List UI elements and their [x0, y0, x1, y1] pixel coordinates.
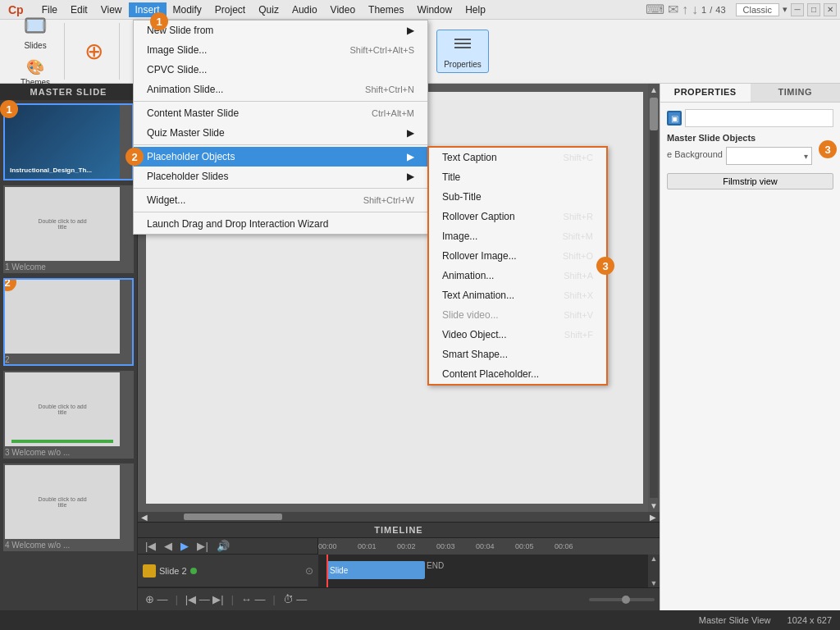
menu-placeholder-slides[interactable]: Placeholder Slides ▶	[134, 167, 427, 186]
h-scroll-left-icon[interactable]: ◀	[138, 513, 151, 522]
minimize-icon[interactable]: ─	[791, 3, 804, 16]
scroll-down-icon[interactable]: ▼	[648, 500, 660, 512]
page-current: 1	[701, 5, 706, 15]
menu-video[interactable]: Video	[324, 2, 362, 17]
slide-1-filename: Instructional_Design_Th...	[10, 167, 92, 174]
svg-rect-3	[43, 21, 46, 30]
tl-extend-icon[interactable]: ↔ —	[239, 591, 268, 607]
submenu-image[interactable]: Image... Shift+M	[429, 226, 606, 246]
slide-thumb-1[interactable]: Instructional_Design_Th... 1	[3, 103, 134, 180]
menu-placeholder-objects[interactable]: Placeholder Objects ▶ 2 Text Caption Shi…	[134, 147, 427, 167]
tl-zoom-in-icon[interactable]: ⊕ —	[143, 591, 171, 607]
submenu-content-placeholder[interactable]: Content Placeholder... 3	[429, 364, 606, 384]
page-total: 43	[715, 5, 725, 15]
submenu-subtitle[interactable]: Sub-Title	[429, 187, 606, 207]
page-sep: /	[710, 5, 712, 15]
close-icon[interactable]: ✕	[824, 3, 837, 16]
background-select-arrow-icon: ▾	[804, 152, 808, 161]
toolbar-properties-button[interactable]: Properties	[436, 30, 489, 73]
up-icon[interactable]: ↑	[682, 2, 688, 17]
submenu-text-animation[interactable]: Text Animation... Shift+X	[429, 285, 606, 305]
submenu-text-caption[interactable]: Text Caption Shift+C	[429, 148, 606, 167]
slide-thumb-3[interactable]: 2 2	[3, 278, 134, 366]
tab-timing[interactable]: TIMING	[751, 84, 841, 102]
filmstrip-view-button[interactable]: Filmstrip view	[667, 173, 833, 189]
timeline-bottom: ⊕ — | |◀ — ▶| | ↔ — | ⏱ —	[138, 587, 660, 610]
timeline-track: Slide 2 ⊙ Slide END ▲ ▼	[138, 555, 660, 587]
track-content: Slide END	[318, 555, 648, 587]
menu-new-slide-from[interactable]: New Slide from ▶	[134, 21, 427, 40]
vertical-scrollbar[interactable]: ▲ ▼	[648, 84, 660, 512]
scroll-thumb[interactable]	[650, 98, 658, 130]
menu-quiz-master-slide[interactable]: Quiz Master Slide ▶	[134, 123, 427, 143]
scroll-up-icon[interactable]: ▲	[648, 84, 660, 96]
keyboard-icon[interactable]: ⌨	[646, 2, 664, 17]
toolbar-slides-button[interactable]: Slides	[16, 12, 54, 54]
down-icon[interactable]: ↓	[692, 2, 698, 17]
timeline-jump-start-icon[interactable]: |◀	[143, 538, 158, 554]
restore-icon[interactable]: □	[807, 3, 820, 16]
slide-thumb-4[interactable]: Double click to add title 3 Welcome w/o …	[3, 371, 134, 459]
menu-drag-drop-wizard[interactable]: Launch Drag and Drop Interaction Wizard	[134, 214, 427, 234]
timeline-header: TIMELINE	[138, 523, 660, 538]
menu-audio[interactable]: Audio	[285, 2, 324, 17]
timeline-volume-icon[interactable]: 🔊	[214, 538, 232, 554]
timeline-prev-icon[interactable]: ◀	[162, 538, 175, 554]
menu-modify[interactable]: Modify	[167, 2, 208, 17]
submenu-title[interactable]: Title	[429, 167, 606, 187]
themes-icon: 🎨	[26, 58, 44, 76]
submenu-animation[interactable]: Animation... Shift+A	[429, 266, 606, 285]
h-scroll-thumb[interactable]	[184, 514, 282, 520]
background-select[interactable]: ▾	[726, 147, 812, 165]
menu-cpvc-slide[interactable]: CPVC Slide...	[134, 60, 427, 80]
insert-menu: 1 New Slide from ▶ Image Slide... Shift+…	[133, 20, 428, 235]
badge-1-on-menu: 1	[150, 12, 168, 30]
track-bar[interactable]: Slide	[326, 561, 425, 579]
timeline-controls-area: |◀ ◀ ▶ ▶| 🔊	[138, 538, 318, 555]
toolbar-properties-group: Properties	[430, 23, 495, 80]
menu-widget[interactable]: Widget... Shift+Ctrl+W	[134, 190, 427, 210]
menu-themes[interactable]: Themes	[362, 2, 410, 17]
menu-image-slide[interactable]: Image Slide... Shift+Ctrl+Alt+S	[134, 40, 427, 60]
slide-name-input[interactable]	[685, 109, 833, 127]
h-scroll-right-icon[interactable]: ▶	[646, 513, 660, 522]
mail-icon[interactable]: ✉	[668, 2, 678, 17]
toolbar-themes-button[interactable]: 🎨 Themes	[13, 54, 57, 91]
slide-thumb-5[interactable]: Double click to add title 4 Welcome w/o …	[3, 463, 134, 551]
timeline-play-icon[interactable]: ▶	[178, 538, 191, 554]
menu-content-master-slide[interactable]: Content Master Slide Ctrl+Alt+M	[134, 103, 427, 123]
new-slide-button[interactable]: ⊕	[75, 34, 112, 69]
mode-selector[interactable]: Classic	[736, 3, 779, 16]
tl-scroll-down-icon[interactable]: ▼	[651, 579, 658, 587]
tl-split-icon[interactable]: |◀ — ▶|	[183, 591, 226, 607]
tl-time-icon[interactable]: ⏱ —	[281, 591, 310, 607]
ruler-3: 00:03	[436, 542, 455, 550]
horizontal-scrollbar[interactable]: ◀ ▶	[138, 512, 660, 522]
timeline-zoom-slider[interactable]	[589, 598, 655, 601]
tl-scroll-up-icon[interactable]: ▲	[651, 555, 658, 563]
tab-properties[interactable]: PROPERTIES	[660, 84, 751, 102]
menu-animation-slide[interactable]: Animation Slide... Shift+Ctrl+N	[134, 80, 427, 99]
background-row: e Background ▾ 3	[667, 147, 833, 165]
submenu-video-object[interactable]: Video Object... Shift+F	[429, 325, 606, 345]
badge-3: 3	[819, 140, 837, 158]
submenu-rollover-caption[interactable]: Rollover Caption Shift+R	[429, 207, 606, 226]
menu-view[interactable]: View	[94, 2, 129, 17]
timeline-v-scroll[interactable]: ▲ ▼	[648, 555, 660, 587]
timeline-zoom-thumb[interactable]	[622, 596, 630, 604]
badge-1: 1	[0, 100, 18, 118]
menu-window[interactable]: Window	[410, 2, 459, 17]
menu-edit[interactable]: Edit	[64, 2, 94, 17]
menu-help[interactable]: Help	[459, 2, 492, 17]
ruler-6: 00:06	[555, 542, 573, 550]
status-view-label: Master Slide View	[699, 615, 771, 625]
menu-project[interactable]: Project	[208, 2, 252, 17]
submenu-rollover-image[interactable]: Rollover Image... Shift+O	[429, 246, 606, 266]
mode-arrow-icon[interactable]: ▾	[783, 4, 788, 15]
timeline-next-icon[interactable]: ▶|	[194, 538, 210, 554]
track-dot-2[interactable]: ⊙	[305, 565, 313, 577]
submenu-smart-shape[interactable]: Smart Shape...	[429, 345, 606, 364]
slide-thumb-2[interactable]: Double click to add title 1 Welcome	[3, 185, 134, 273]
menu-quiz[interactable]: Quiz	[252, 2, 285, 17]
timeline-ruler: 00:00 00:01 00:02 00:03 00:04 00:05 00:0…	[318, 538, 660, 555]
